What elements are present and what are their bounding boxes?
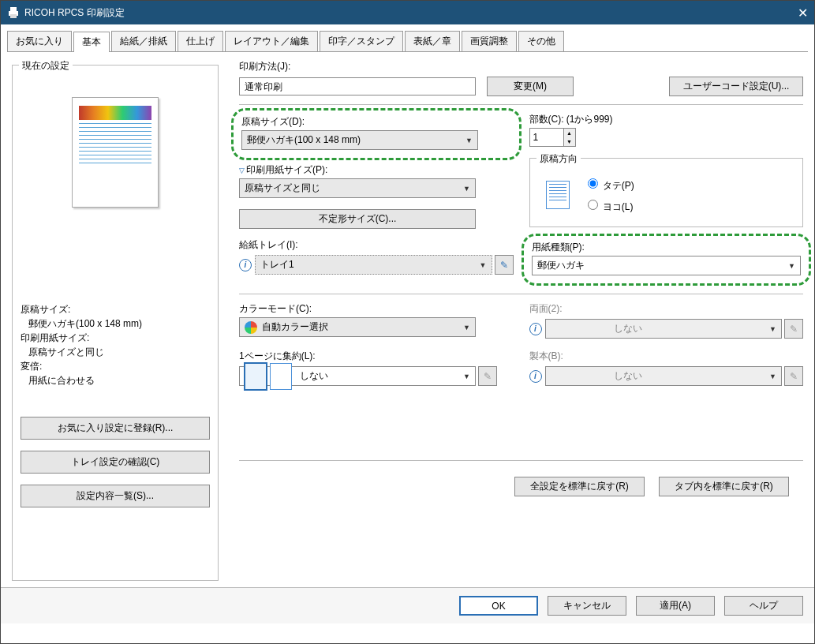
- spin-down-icon[interactable]: ▼: [564, 137, 575, 146]
- tray-confirm-button[interactable]: トレイ設定の確認(C): [21, 451, 210, 474]
- tab-favorites[interactable]: お気に入り: [7, 31, 72, 51]
- close-icon[interactable]: ✕: [776, 6, 808, 21]
- copies-spinner[interactable]: ▲▼: [529, 128, 804, 147]
- dialog-button-bar: OK キャンセル 適用(A) ヘルプ: [1, 587, 814, 623]
- info-icon: i: [239, 259, 252, 271]
- title-bar: RICOH RPCS 印刷設定 ✕: [1, 1, 814, 24]
- register-favorite-button[interactable]: お気に入り設定に登録(R)...: [21, 417, 210, 440]
- info-icon: i: [529, 323, 542, 335]
- window-title: RICOH RPCS 印刷設定: [24, 6, 125, 20]
- color-mode-label: カラーモード(C):: [239, 302, 514, 316]
- chevron-down-icon: ▼: [788, 262, 795, 270]
- chevron-down-icon: ▼: [463, 324, 470, 331]
- doc-size-select[interactable]: 郵便ハガキ(100 x 148 mm)▼: [241, 130, 478, 150]
- duplex-edit-button: ✎: [784, 319, 803, 339]
- nup-label: 1ページに集約(L):: [239, 350, 514, 363]
- reset-all-button[interactable]: 全設定を標準に戻す(R): [514, 477, 645, 496]
- tab-basic[interactable]: 基本: [73, 32, 110, 52]
- print-paper-size-select[interactable]: 原稿サイズと同じ▼: [239, 178, 476, 198]
- user-code-button[interactable]: ユーザーコード設定(U)...: [669, 77, 803, 96]
- duplex-label: 両面(2):: [529, 302, 804, 316]
- tab-layout[interactable]: レイアウト／編集: [225, 31, 318, 51]
- reset-tab-button[interactable]: タブ内を標準に戻す(R): [659, 477, 789, 496]
- chevron-down-icon: ▼: [463, 185, 470, 193]
- tray-edit-button[interactable]: ✎: [495, 255, 514, 275]
- chevron-down-icon: ▼: [463, 373, 470, 380]
- info-icon: i: [529, 370, 542, 383]
- tab-strip: お気に入り 基本 給紙／排紙 仕上げ レイアウト／編集 印字／スタンプ 表紙／章…: [7, 31, 808, 52]
- tab-stamp[interactable]: 印字／スタンプ: [320, 31, 403, 51]
- tab-other[interactable]: その他: [518, 31, 564, 51]
- print-paper-size-label: ▽印刷用紙サイズ(P):: [239, 163, 514, 177]
- color-mode-select[interactable]: 自動カラー選択▼: [239, 317, 476, 337]
- chevron-down-icon: ▼: [769, 325, 776, 333]
- nup-select[interactable]: しない▼: [239, 366, 476, 386]
- current-settings-legend: 現在の設定: [19, 59, 73, 73]
- tab-finishing[interactable]: 仕上げ: [178, 31, 223, 51]
- booklet-edit-button: ✎: [784, 366, 803, 386]
- nup-layout-icons: [245, 363, 295, 390]
- printer-icon: [7, 7, 20, 18]
- chevron-down-icon: ▼: [480, 261, 487, 269]
- paper-type-label: 用紙種類(P):: [532, 241, 802, 254]
- doc-size-label: 原稿サイズ(D):: [241, 115, 511, 129]
- chevron-down-icon: ▼: [769, 373, 776, 380]
- change-button[interactable]: 変更(M): [487, 77, 574, 96]
- cancel-button[interactable]: キャンセル: [548, 596, 626, 616]
- chevron-down-icon: ▼: [465, 137, 473, 144]
- orientation-preview-icon: [546, 181, 570, 209]
- svg-rect-2: [10, 14, 17, 18]
- settings-list-button[interactable]: 設定内容一覧(S)...: [21, 485, 210, 507]
- settings-summary: 原稿サイズ: 郵便ハガキ(100 x 148 mm) 印刷用紙サイズ: 原稿サイ…: [21, 302, 210, 388]
- paper-type-select[interactable]: 郵便ハガキ▼: [532, 256, 802, 275]
- tab-quality[interactable]: 画質調整: [462, 31, 517, 51]
- nup-edit-button: ✎: [478, 366, 497, 386]
- current-settings-group: 現在の設定 原稿サイズ: 郵便ハガキ(100 x 148 mm) 印刷用紙サイズ…: [12, 65, 219, 581]
- ok-button[interactable]: OK: [459, 596, 538, 616]
- orientation-group: 原稿方向 タテ(P) ヨコ(L): [529, 158, 804, 227]
- copies-input[interactable]: [529, 128, 564, 147]
- tab-paper-feed[interactable]: 給紙／排紙: [111, 31, 176, 51]
- irregular-size-button[interactable]: 不定形サイズ(C)...: [239, 209, 476, 229]
- print-method-field: 通常印刷: [239, 77, 476, 95]
- booklet-label: 製本(B):: [529, 350, 804, 363]
- help-button[interactable]: ヘルプ: [724, 596, 803, 616]
- page-preview: [72, 97, 159, 208]
- orientation-legend: 原稿方向: [536, 152, 581, 166]
- orientation-portrait-radio[interactable]: タテ(P): [584, 176, 634, 193]
- doc-size-highlight: 原稿サイズ(D): 郵便ハガキ(100 x 148 mm)▼: [231, 108, 522, 160]
- apply-button[interactable]: 適用(A): [636, 596, 715, 616]
- color-wheel-icon: [245, 321, 257, 334]
- triangle-icon: ▽: [239, 167, 245, 174]
- duplex-select: しない▼: [545, 319, 783, 339]
- tab-cover[interactable]: 表紙／章: [405, 31, 460, 51]
- copies-label: 部数(C): (1から999): [529, 113, 804, 126]
- spin-up-icon[interactable]: ▲: [564, 129, 575, 137]
- print-method-label: 印刷方法(J):: [239, 60, 803, 73]
- orientation-landscape-radio[interactable]: ヨコ(L): [584, 197, 634, 214]
- booklet-select: しない▼: [545, 366, 783, 386]
- svg-rect-1: [10, 7, 17, 11]
- paper-type-highlight: 用紙種類(P): 郵便ハガキ▼: [522, 234, 812, 286]
- print-settings-window: RICOH RPCS 印刷設定 ✕ お気に入り 基本 給紙／排紙 仕上げ レイア…: [0, 0, 815, 644]
- tray-select[interactable]: トレイ1▼: [255, 255, 492, 275]
- tray-label: 給紙トレイ(I):: [239, 238, 514, 252]
